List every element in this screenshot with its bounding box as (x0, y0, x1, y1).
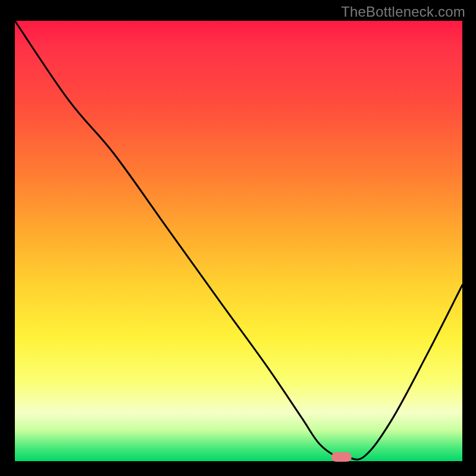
watermark-text: TheBottleneck.com (341, 4, 465, 20)
optimal-marker (331, 452, 352, 462)
plot-area (15, 21, 462, 461)
bottleneck-curve (15, 21, 462, 461)
chart-frame: TheBottleneck.com (0, 0, 476, 476)
